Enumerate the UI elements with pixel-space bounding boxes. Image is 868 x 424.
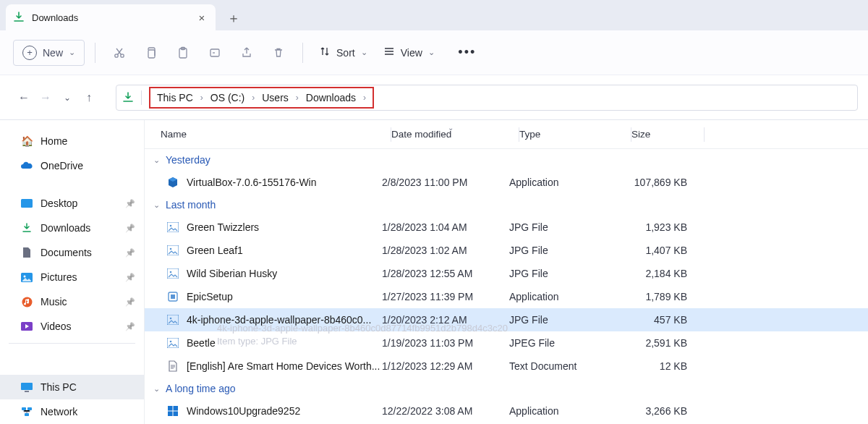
sidebar-item-label: Videos: [41, 321, 72, 332]
sort-button[interactable]: Sort ⌄: [313, 40, 373, 66]
file-size: 2,184 KB: [621, 268, 693, 279]
chevron-down-icon: ⌄: [69, 48, 75, 57]
crumb-thispc[interactable]: This PC: [153, 90, 197, 105]
group-label: Last month: [166, 199, 216, 211]
file-name: Windows10Upgrade9252: [187, 405, 300, 417]
share-icon[interactable]: [233, 40, 260, 66]
svg-rect-23: [171, 294, 175, 299]
music-icon: [20, 295, 33, 308]
table-row[interactable]: Green Leaf11/28/2023 1:02 AMJPG File1,40…: [145, 239, 868, 262]
sidebar-item-home[interactable]: 🏠 Home: [0, 129, 144, 153]
sidebar-item-label: Home: [41, 135, 67, 147]
file-name: Beetle: [187, 337, 216, 349]
sidebar-item-onedrive[interactable]: OneDrive: [0, 153, 144, 178]
column-headers: Name ⌄ Date modified Type Size: [145, 120, 868, 149]
chevron-right-icon[interactable]: ›: [294, 93, 301, 103]
crumb-downloads[interactable]: Downloads: [302, 90, 359, 105]
sidebar-item-desktop[interactable]: Desktop: [0, 191, 144, 216]
sidebar-item-label: Pictures: [41, 271, 77, 283]
col-name[interactable]: Name: [145, 129, 391, 140]
home-icon: 🏠: [20, 135, 33, 148]
col-date[interactable]: ⌄ Date modified: [391, 129, 519, 140]
file-name: Green Twizzlers: [187, 221, 259, 233]
sidebar-item-thispc[interactable]: This PC: [0, 375, 144, 399]
file-date: 1/28/2023 1:04 AM: [382, 221, 509, 233]
file-size: 2,591 KB: [621, 337, 693, 349]
forward-button[interactable]: →: [35, 87, 56, 109]
address-bar[interactable]: This PC › OS (C:) › Users › Downloads ›: [116, 85, 858, 111]
copy-icon[interactable]: [137, 40, 165, 66]
group-header[interactable]: ⌄Yesterday: [145, 149, 868, 171]
more-icon[interactable]: •••: [454, 40, 481, 66]
table-row[interactable]: 4k-iphone-3d-apple-wallpaper-8b460c0...1…: [145, 308, 868, 331]
sidebar-item-downloads[interactable]: Downloads: [0, 216, 144, 240]
table-row[interactable]: Green Twizzlers1/28/2023 1:04 AMJPG File…: [145, 216, 868, 239]
svg-rect-15: [25, 413, 29, 416]
table-row[interactable]: VirtualBox-7.0.6-155176-Win2/8/2023 11:0…: [145, 171, 868, 194]
file-icon: [166, 313, 179, 326]
chevron-down-icon: ⌄: [361, 48, 367, 57]
chevron-right-icon[interactable]: ›: [250, 93, 257, 103]
cut-icon[interactable]: [106, 40, 133, 66]
table-row[interactable]: Wild Siberian Husky1/28/2023 12:55 AMJPG…: [145, 262, 868, 285]
up-button[interactable]: ↑: [78, 87, 100, 109]
back-button[interactable]: ←: [13, 87, 35, 109]
table-row[interactable]: [English] Are Smart Home Devices Worth..…: [145, 355, 868, 378]
tab-bar: Downloads × ＋: [0, 0, 868, 30]
col-size[interactable]: Size: [631, 129, 704, 140]
group-header[interactable]: ⌄A long time ago: [145, 378, 868, 399]
new-tab-button[interactable]: ＋: [221, 6, 246, 30]
sidebar-item-network[interactable]: Network: [0, 399, 144, 424]
table-row[interactable]: Beetle1/19/2023 11:03 PMJPEG File2,591 K…: [145, 331, 868, 355]
sidebar-item-documents[interactable]: Documents: [0, 240, 144, 265]
sidebar-item-videos[interactable]: Videos: [0, 314, 144, 339]
sidebar-item-label: Music: [41, 296, 67, 308]
nav-row: ← → ⌄ ↑ This PC › OS (C:) › Users › Down…: [0, 75, 868, 120]
breadcrumb: This PC › OS (C:) › Users › Downloads ›: [149, 87, 374, 109]
chevron-right-icon[interactable]: ›: [198, 93, 205, 103]
group-label: Yesterday: [166, 154, 210, 166]
onedrive-icon: [20, 159, 33, 172]
view-button[interactable]: View ⌄: [378, 40, 441, 66]
table-row[interactable]: Windows10Upgrade925212/22/2022 3:08 AMAp…: [145, 399, 868, 423]
sort-icon: [319, 46, 331, 59]
sidebar-item-label: This PC: [41, 381, 77, 393]
paste-icon[interactable]: [169, 40, 197, 66]
col-type[interactable]: Type: [519, 129, 631, 140]
sidebar-item-music[interactable]: Music: [0, 289, 144, 314]
file-icon: [166, 336, 179, 349]
separator: [95, 43, 95, 63]
desktop-icon: [20, 197, 33, 210]
new-button[interactable]: + New ⌄: [13, 40, 85, 66]
download-icon: [13, 12, 25, 23]
tab-downloads[interactable]: Downloads ×: [6, 4, 216, 30]
file-name: VirtualBox-7.0.6-155176-Win: [187, 177, 317, 188]
file-date: 1/27/2023 11:39 PM: [382, 291, 509, 302]
chevron-down-icon: ⌄: [153, 156, 160, 165]
sidebar-item-label: Documents: [41, 247, 92, 258]
file-size: 12 KB: [621, 360, 693, 372]
file-type: JPG File: [509, 221, 621, 233]
file-type: Text Document: [509, 360, 621, 372]
svg-rect-2: [148, 50, 155, 58]
file-name: EpicSetup: [187, 291, 233, 302]
file-list: Name ⌄ Date modified Type Size ⌄Yesterda…: [145, 120, 868, 424]
crumb-os[interactable]: OS (C:): [207, 90, 248, 105]
chevron-right-icon[interactable]: ›: [361, 93, 368, 103]
close-icon[interactable]: ×: [195, 12, 208, 24]
crumb-users[interactable]: Users: [258, 90, 292, 105]
file-type: JPG File: [509, 314, 621, 326]
network-icon: [20, 405, 33, 418]
delete-icon[interactable]: [265, 40, 292, 66]
rename-icon[interactable]: [201, 40, 229, 66]
group-label: A long time ago: [166, 383, 236, 394]
file-type: JPG File: [509, 245, 621, 256]
file-date: 1/12/2023 12:29 AM: [382, 360, 509, 372]
sidebar-item-pictures[interactable]: Pictures: [0, 265, 144, 289]
download-icon: [20, 221, 33, 234]
group-header[interactable]: ⌄Last month: [145, 194, 868, 216]
svg-rect-12: [25, 391, 29, 392]
recent-button[interactable]: ⌄: [56, 87, 78, 109]
table-row[interactable]: EpicSetup1/27/2023 11:39 PMApplication1,…: [145, 285, 868, 308]
chevron-down-icon: ⌄: [428, 48, 435, 57]
